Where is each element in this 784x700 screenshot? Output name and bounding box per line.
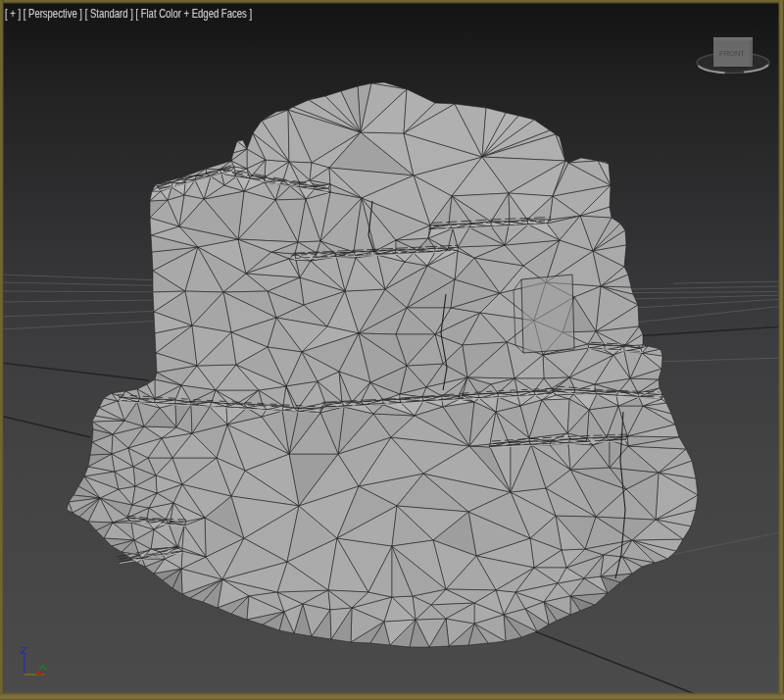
svg-text:FRONT: FRONT bbox=[719, 49, 745, 58]
